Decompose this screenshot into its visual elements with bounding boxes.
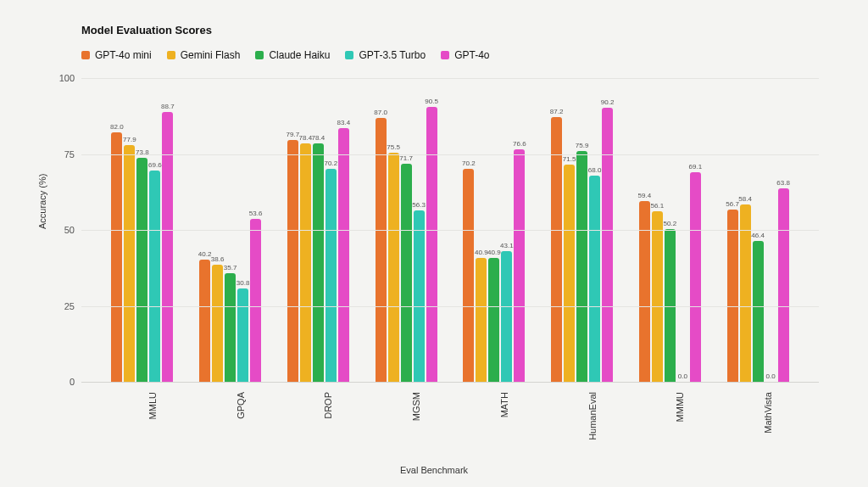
- bar-value-label: 59.4: [638, 193, 652, 201]
- bar-value-label: 83.4: [337, 120, 351, 128]
- bar-value-label: 76.6: [513, 141, 526, 149]
- gridline: [81, 78, 819, 79]
- chart-plot-area: 82.077.973.869.688.740.238.635.730.853.6…: [81, 78, 819, 383]
- bar-value-label: 78.4: [312, 135, 326, 143]
- bar-value-label: 40.2: [198, 251, 212, 260]
- bar: 40.9: [476, 258, 487, 382]
- bar: 87.2: [551, 117, 562, 382]
- bar-value-label: 87.2: [550, 109, 564, 117]
- bar: 53.6: [250, 219, 261, 382]
- bar: 38.6: [212, 265, 223, 382]
- bar: 79.7: [287, 140, 298, 382]
- bar: 78.4: [313, 143, 324, 382]
- bar-value-label: 46.4: [751, 232, 765, 241]
- bar-value-label: 68.0: [588, 167, 602, 176]
- bar: 71.7: [401, 164, 412, 382]
- bar-value-label: 40.9: [487, 249, 501, 258]
- legend-item: GPT-4o mini: [81, 49, 152, 61]
- gridline: [81, 154, 819, 155]
- bar-value-label: 71.5: [563, 156, 576, 165]
- gridline: [81, 230, 819, 231]
- legend-item: GPT-4o: [441, 49, 489, 61]
- bar: 46.4: [753, 241, 764, 382]
- bar: 43.1: [501, 251, 512, 382]
- bar-value-label: 77.9: [123, 137, 136, 145]
- bar: 40.9: [488, 258, 499, 382]
- bar-value-label: 79.7: [287, 132, 300, 140]
- bar-value-label: 88.7: [161, 104, 175, 112]
- y-axis-label: Accuracy (%): [37, 174, 47, 229]
- bar-value-label: 30.8: [236, 280, 250, 288]
- bar-value-label: 69.6: [148, 162, 162, 171]
- chart-legend: GPT-4o miniGemini FlashClaude HaikuGPT-3…: [81, 49, 489, 61]
- bar: 90.2: [602, 108, 613, 382]
- legend-label: GPT-3.5 Turbo: [359, 49, 426, 61]
- bar-value-label: 53.6: [249, 210, 263, 219]
- bar: 77.9: [124, 145, 135, 382]
- bar-value-label: 90.2: [601, 99, 615, 108]
- bar-value-label: 35.7: [224, 265, 237, 273]
- bar-value-label: 56.3: [412, 202, 426, 210]
- bar-value-label: 70.2: [325, 160, 338, 169]
- legend-item: Claude Haiku: [255, 49, 330, 61]
- legend-label: GPT-4o: [454, 49, 489, 61]
- bar: 70.2: [463, 169, 474, 382]
- bar: 69.6: [149, 171, 160, 382]
- y-tick-label: 50: [51, 225, 75, 235]
- bar: 83.4: [338, 128, 349, 382]
- bar-value-label: 82.0: [110, 124, 124, 132]
- bar: 56.3: [414, 210, 425, 382]
- y-tick-label: 25: [51, 301, 75, 311]
- bar-value-label: 70.2: [462, 160, 476, 169]
- bar-value-label: 63.8: [776, 180, 790, 188]
- bar-value-label: 38.6: [211, 256, 225, 265]
- bar: 63.8: [778, 188, 789, 382]
- bar-value-label: 58.4: [738, 196, 752, 204]
- bar: 58.4: [740, 204, 751, 382]
- legend-swatch: [81, 51, 90, 59]
- bar: 69.1: [690, 172, 701, 382]
- bar-value-label: 0.0: [678, 373, 687, 382]
- bar-value-label: 71.7: [399, 155, 413, 164]
- legend-label: GPT-4o mini: [95, 49, 152, 61]
- bar-value-label: 43.1: [500, 243, 514, 251]
- bar: 68.0: [589, 176, 600, 382]
- bar: 90.5: [426, 107, 437, 382]
- legend-swatch: [345, 51, 353, 59]
- bar-value-label: 50.2: [664, 221, 677, 229]
- bar-value-label: 56.1: [651, 203, 665, 211]
- bar: 87.0: [376, 118, 387, 382]
- bar-value-label: 87.0: [374, 109, 387, 118]
- legend-label: Claude Haiku: [269, 49, 330, 61]
- bar: 75.5: [388, 153, 399, 382]
- bar-value-label: 0.0: [766, 373, 776, 382]
- bar-value-label: 78.4: [299, 135, 313, 143]
- bar: 88.7: [162, 112, 173, 382]
- bar: 40.2: [199, 260, 210, 382]
- x-axis-label: Eval Benchmark: [0, 465, 868, 475]
- bar: 59.4: [639, 201, 650, 382]
- bar: 56.1: [652, 211, 663, 382]
- legend-item: Gemini Flash: [167, 49, 241, 61]
- bar: 56.7: [727, 210, 738, 382]
- y-tick-label: 75: [51, 149, 75, 160]
- legend-label: Gemini Flash: [181, 49, 241, 61]
- bar-value-label: 40.9: [475, 249, 488, 258]
- y-tick-label: 100: [51, 73, 75, 83]
- bar-value-label: 90.5: [425, 98, 438, 107]
- bar: 73.8: [136, 158, 147, 382]
- bar: 71.5: [564, 165, 575, 382]
- legend-swatch: [167, 51, 175, 59]
- bar: 82.0: [111, 132, 122, 382]
- bar-value-label: 56.7: [726, 201, 739, 210]
- legend-item: GPT-3.5 Turbo: [345, 49, 426, 61]
- gridline: [81, 306, 819, 307]
- legend-swatch: [441, 51, 449, 59]
- bar-value-label: 69.1: [689, 164, 703, 172]
- bar: 30.8: [237, 288, 248, 382]
- bar: 75.9: [576, 151, 587, 382]
- bar: 70.2: [326, 169, 337, 382]
- bar-value-label: 75.5: [387, 144, 400, 153]
- chart-title: Model Evaluation Scores: [81, 24, 212, 36]
- bar-value-label: 75.9: [576, 143, 589, 151]
